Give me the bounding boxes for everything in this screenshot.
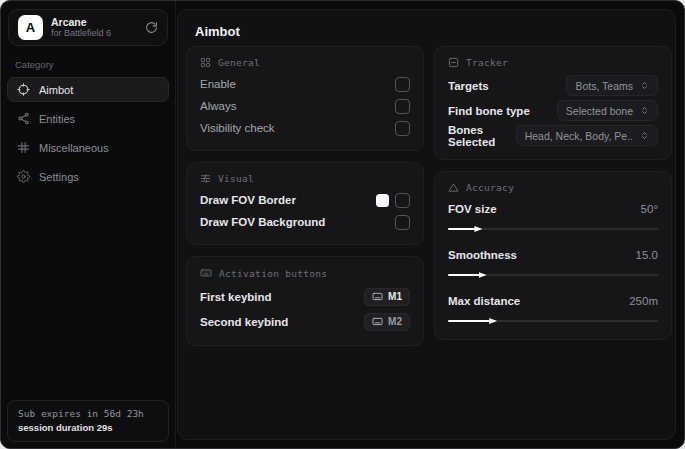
setting-row-always: Always xyxy=(200,95,410,117)
accuracy-card-header: Accuracy xyxy=(448,182,658,193)
brand-text: Arcane for Battlefield 6 xyxy=(51,16,111,38)
setting-label: Enable xyxy=(200,78,236,90)
brand-card: A Arcane for Battlefield 6 xyxy=(8,9,168,46)
setting-row-draw-fov-background: Draw FOV Background xyxy=(200,211,410,233)
setting-label: Always xyxy=(200,100,236,112)
slider-thumb[interactable] xyxy=(474,225,482,233)
max-distance-setting: Max distance 250m xyxy=(448,290,658,326)
card-title: Visual xyxy=(218,173,254,184)
first-keybind-button[interactable]: M1 xyxy=(364,288,410,306)
brand-subtitle: for Battlefield 6 xyxy=(51,28,111,38)
accuracy-card: Accuracy FOV size 50° xyxy=(434,171,672,340)
activation-buttons-card: Activation buttons First keybind M1 Seco… xyxy=(186,256,424,346)
select-value: Selected bone xyxy=(566,105,633,117)
slider-fill xyxy=(448,320,492,322)
targets-select[interactable]: Bots, Teams xyxy=(566,75,658,96)
setting-label: Find bone type xyxy=(448,105,530,117)
visual-card-header: Visual xyxy=(200,173,410,184)
setting-row-second-keybind: Second keybind M2 xyxy=(200,309,410,334)
second-keybind-button[interactable]: M2 xyxy=(364,313,410,331)
grid-icon xyxy=(200,57,211,68)
setting-row-find-bone-type: Find bone type Selected bone xyxy=(448,98,658,123)
card-title: Tracker xyxy=(466,57,508,68)
sliders-icon xyxy=(200,173,211,184)
activation-card-header: Activation buttons xyxy=(200,267,410,279)
select-value: Head, Neck, Body, Pe.. xyxy=(525,130,633,142)
sidebar-item-settings[interactable]: Settings xyxy=(7,164,169,189)
setting-label: Bones Selected xyxy=(448,124,516,148)
visibility-check-checkbox[interactable] xyxy=(395,121,410,136)
always-checkbox[interactable] xyxy=(395,99,410,114)
setting-label: Second keybind xyxy=(200,316,288,328)
setting-row-first-keybind: First keybind M1 xyxy=(200,284,410,309)
triangle-icon xyxy=(448,182,459,193)
setting-label: Smoothness xyxy=(448,249,517,261)
setting-row-targets: Targets Bots, Teams xyxy=(448,73,658,98)
unfold-icon xyxy=(640,106,649,115)
main-panel: Aimbot General Enable Always xyxy=(177,9,676,440)
sidebar-item-label: Miscellaneous xyxy=(39,142,109,154)
app-window: A Arcane for Battlefield 6 Category Aimb… xyxy=(0,0,685,449)
tracker-card: Tracker Targets Bots, Teams Find bone ty… xyxy=(434,46,672,160)
unfold-icon xyxy=(640,131,649,140)
keyboard-icon xyxy=(372,292,383,301)
slider-value: 50° xyxy=(641,203,658,215)
keybind-value: M1 xyxy=(388,291,402,302)
gear-icon xyxy=(17,170,30,183)
sidebar-nav: Aimbot Entities Miscellaneous Settings xyxy=(1,77,175,189)
visual-card: Visual Draw FOV Border Draw FOV Backgrou… xyxy=(186,162,424,245)
setting-label: First keybind xyxy=(200,291,272,303)
session-duration-text: session duration 29s xyxy=(18,422,158,433)
refresh-icon[interactable] xyxy=(145,21,158,34)
keyboard-icon xyxy=(200,267,212,279)
keybind-value: M2 xyxy=(388,316,402,327)
smoothness-setting: Smoothness 15.0 xyxy=(448,244,658,280)
fov-size-slider[interactable] xyxy=(448,224,658,234)
setting-row-bones-selected: Bones Selected Head, Neck, Body, Pe.. xyxy=(448,123,658,148)
sidebar-item-aimbot[interactable]: Aimbot xyxy=(7,77,169,102)
setting-row-draw-fov-border: Draw FOV Border xyxy=(200,189,410,211)
fov-border-color-swatch[interactable] xyxy=(376,194,389,207)
sidebar-item-miscellaneous[interactable]: Miscellaneous xyxy=(7,135,169,160)
bones-selected-select[interactable]: Head, Neck, Body, Pe.. xyxy=(516,125,658,146)
fov-size-setting: FOV size 50° xyxy=(448,198,658,234)
entities-icon xyxy=(17,112,30,125)
setting-label: FOV size xyxy=(448,203,497,215)
sidebar: A Arcane for Battlefield 6 Category Aimb… xyxy=(1,1,176,448)
general-card-header: General xyxy=(200,57,410,68)
sub-expiry-text: Sub expires in 56d 23h xyxy=(18,408,158,419)
card-title: Accuracy xyxy=(466,182,514,193)
setting-label: Visibility check xyxy=(200,122,275,134)
draw-fov-border-checkbox[interactable] xyxy=(395,193,410,208)
slider-value: 15.0 xyxy=(636,249,658,261)
sidebar-item-label: Entities xyxy=(39,113,75,125)
slider-fill xyxy=(448,274,482,276)
slider-thumb[interactable] xyxy=(479,271,487,279)
miscellaneous-icon xyxy=(17,141,30,154)
right-column: Tracker Targets Bots, Teams Find bone ty… xyxy=(434,46,672,351)
crosshair-icon xyxy=(17,83,30,96)
max-distance-slider[interactable] xyxy=(448,316,658,326)
card-title: General xyxy=(218,57,260,68)
left-column: General Enable Always Visibility check xyxy=(186,46,424,357)
sidebar-item-entities[interactable]: Entities xyxy=(7,106,169,131)
setting-label: Max distance xyxy=(448,295,520,307)
app-logo: A xyxy=(18,15,43,40)
select-value: Bots, Teams xyxy=(575,80,633,92)
sidebar-item-label: Aimbot xyxy=(39,84,73,96)
draw-fov-background-checkbox[interactable] xyxy=(395,215,410,230)
enable-checkbox[interactable] xyxy=(395,77,410,92)
setting-label: Targets xyxy=(448,80,489,92)
setting-row-enable: Enable xyxy=(200,73,410,95)
subscription-info: Sub expires in 56d 23h session duration … xyxy=(7,400,169,442)
card-title: Activation buttons xyxy=(219,268,327,279)
brand-name: Arcane xyxy=(51,16,111,28)
slider-thumb[interactable] xyxy=(489,317,497,325)
keyboard-icon xyxy=(372,317,383,326)
page-title: Aimbot xyxy=(195,24,240,39)
smoothness-slider[interactable] xyxy=(448,270,658,280)
find-bone-type-select[interactable]: Selected bone xyxy=(557,100,658,121)
setting-row-visibility-check: Visibility check xyxy=(200,117,410,139)
setting-label: Draw FOV Background xyxy=(200,216,325,228)
slider-value: 250m xyxy=(629,295,658,307)
